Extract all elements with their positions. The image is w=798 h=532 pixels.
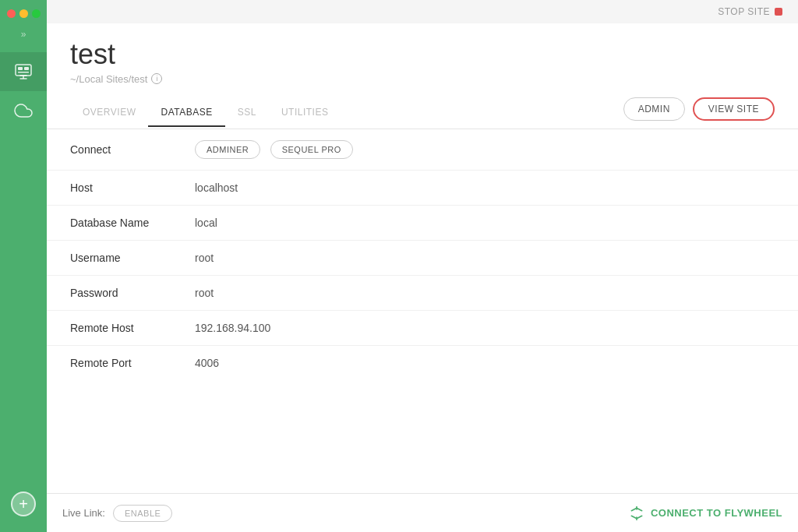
host-row: Host localhost bbox=[47, 171, 798, 206]
svg-rect-2 bbox=[18, 72, 29, 73]
view-site-button[interactable]: VIEW SITE bbox=[693, 97, 775, 121]
add-site-button[interactable]: + bbox=[11, 491, 36, 516]
username-row: Username root bbox=[47, 241, 798, 276]
database-name-row: Database Name local bbox=[47, 206, 798, 241]
username-label: Username bbox=[70, 252, 195, 264]
flywheel-button[interactable]: CONNECT TO FLYWHEEL bbox=[629, 506, 782, 521]
remote-port-value: 4006 bbox=[195, 357, 219, 369]
connect-buttons: ADMINER SEQUEL PRO bbox=[195, 140, 359, 159]
sites-icon bbox=[14, 62, 33, 81]
sidebar: » + bbox=[0, 0, 47, 532]
password-value: root bbox=[195, 287, 214, 299]
flywheel-label: CONNECT TO FLYWHEEL bbox=[651, 507, 782, 519]
tab-ssl[interactable]: SSL bbox=[225, 99, 269, 127]
info-icon[interactable]: i bbox=[151, 73, 162, 84]
sequel-pro-button[interactable]: SEQUEL PRO bbox=[270, 140, 353, 159]
stop-site-button[interactable]: STOP SITE bbox=[718, 6, 782, 17]
sidebar-item-sites[interactable] bbox=[0, 52, 47, 91]
site-path: ~/Local Sites/test i bbox=[70, 73, 775, 85]
footer-bar: Live Link: ENABLE CONNECT TO FLYWHEEL bbox=[47, 493, 798, 532]
connect-row: Connect ADMINER SEQUEL PRO bbox=[47, 129, 798, 171]
svg-rect-3 bbox=[24, 67, 29, 70]
topbar: STOP SITE bbox=[47, 0, 798, 23]
adminer-button[interactable]: ADMINER bbox=[195, 140, 260, 159]
host-label: Host bbox=[70, 181, 195, 194]
sidebar-expand-icon[interactable]: » bbox=[21, 26, 26, 46]
tab-actions: ADMIN VIEW SITE bbox=[623, 97, 775, 129]
database-name-value: local bbox=[195, 217, 217, 229]
sidebar-item-cloud[interactable] bbox=[0, 91, 47, 130]
tab-utilities[interactable]: UTILITIES bbox=[269, 99, 341, 127]
content-area: test ~/Local Sites/test i OVERVIEW DATAB… bbox=[47, 23, 798, 532]
close-button[interactable] bbox=[7, 9, 16, 18]
flywheel-icon bbox=[629, 506, 644, 521]
site-title: test bbox=[70, 39, 775, 70]
remote-port-row: Remote Port 4006 bbox=[47, 346, 798, 380]
svg-rect-0 bbox=[16, 65, 31, 76]
remote-port-label: Remote Port bbox=[70, 357, 195, 369]
main-content: STOP SITE test ~/Local Sites/test i OVER… bbox=[47, 0, 798, 532]
sidebar-bottom: + bbox=[0, 491, 47, 516]
connect-label: Connect bbox=[70, 143, 195, 156]
remote-host-label: Remote Host bbox=[70, 322, 195, 334]
password-label: Password bbox=[70, 287, 195, 299]
sidebar-nav bbox=[0, 52, 47, 130]
stop-dot-icon bbox=[775, 8, 782, 16]
tab-database[interactable]: DATABASE bbox=[148, 99, 224, 127]
site-path-text: ~/Local Sites/test bbox=[70, 73, 147, 85]
traffic-lights bbox=[0, 0, 47, 26]
username-value: root bbox=[195, 252, 214, 264]
stop-site-label: STOP SITE bbox=[718, 6, 770, 17]
database-name-label: Database Name bbox=[70, 217, 195, 229]
live-link-label: Live Link: bbox=[62, 507, 105, 519]
database-content: Connect ADMINER SEQUEL PRO Host localhos… bbox=[47, 129, 798, 493]
live-link-section: Live Link: ENABLE bbox=[62, 505, 172, 522]
remote-host-value: 192.168.94.100 bbox=[195, 322, 270, 334]
remote-host-row: Remote Host 192.168.94.100 bbox=[47, 311, 798, 346]
minimize-button[interactable] bbox=[19, 9, 28, 18]
svg-rect-1 bbox=[18, 67, 23, 70]
cloud-icon bbox=[14, 101, 33, 120]
host-value: localhost bbox=[195, 181, 238, 194]
password-row: Password root bbox=[47, 276, 798, 311]
tab-overview[interactable]: OVERVIEW bbox=[70, 99, 148, 127]
admin-button[interactable]: ADMIN bbox=[623, 97, 685, 121]
content-header: test ~/Local Sites/test i bbox=[47, 23, 798, 85]
enable-button[interactable]: ENABLE bbox=[113, 505, 172, 522]
maximize-button[interactable] bbox=[32, 9, 41, 18]
tabs-bar: OVERVIEW DATABASE SSL UTILITIES ADMIN VI… bbox=[47, 97, 798, 129]
